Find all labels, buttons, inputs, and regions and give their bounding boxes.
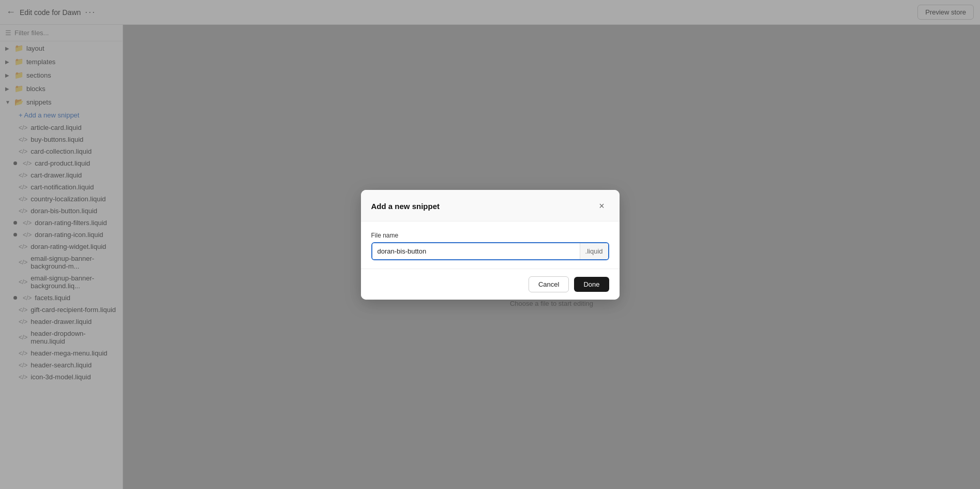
modal-body: File name .liquid [361, 221, 620, 269]
modal-header: Add a new snippet × [361, 190, 620, 221]
done-button[interactable]: Done [574, 277, 609, 292]
cancel-button[interactable]: Cancel [529, 276, 569, 292]
add-snippet-modal: Add a new snippet × File name .liquid Ca… [361, 190, 620, 300]
file-name-input-row: .liquid [371, 242, 609, 260]
modal-overlay: Add a new snippet × File name .liquid Ca… [0, 0, 980, 489]
modal-close-button[interactable]: × [595, 199, 609, 214]
file-suffix: .liquid [580, 243, 608, 259]
modal-footer: Cancel Done [361, 269, 620, 300]
modal-title: Add a new snippet [371, 202, 440, 211]
file-name-input[interactable] [372, 243, 580, 259]
file-name-label: File name [371, 232, 609, 239]
